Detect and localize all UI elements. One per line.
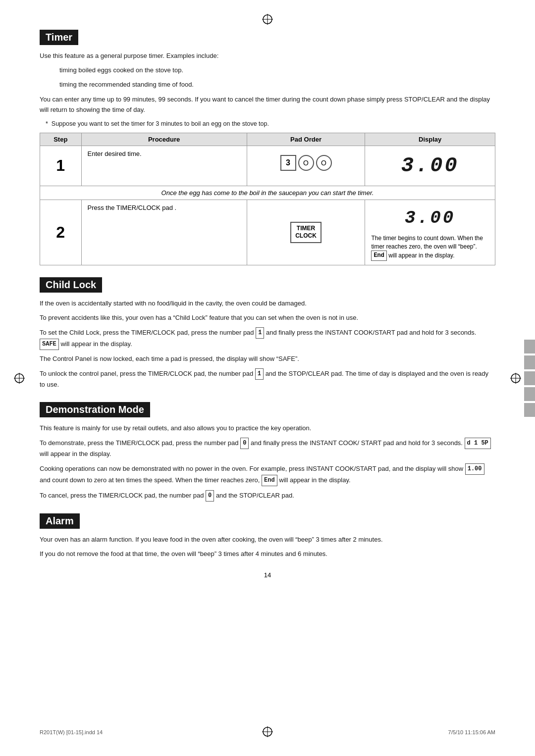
side-marks [524,340,535,417]
timer-table: Step Procedure Pad Order Display 1 Enter… [40,133,495,265]
col-pad-order: Pad Order [247,133,365,146]
demo-body1: This feature is mainly for use by retail… [40,423,495,434]
pad-o2: O [316,155,332,171]
side-mark-1 [524,340,535,353]
demo-body3: Cooking operations can now be demonstrat… [40,463,495,486]
demo-heading: Demonstration Mode [40,402,150,417]
alarm-heading: Alarm [40,513,80,529]
step-2-display: 3.00 The timer begins to count down. Whe… [365,200,495,265]
footer-right: 7/5/10 11:15:06 AM [448,729,495,735]
child-lock-body1: If the oven is accidentally started with… [40,299,495,309]
timer-intro-2: timing boiled eggs cooked on the stove t… [59,65,495,76]
col-procedure: Procedure [81,133,247,146]
demo-section: Demonstration Mode This feature is mainl… [40,402,495,502]
number-pad-1b: 1 [255,368,264,380]
alarm-section: Alarm Your oven has an alarm function. I… [40,513,495,559]
child-lock-body2: To prevent accidents like this, your ove… [40,313,495,323]
side-mark-4 [524,387,535,401]
timer-body1: You can enter any time up to 99 minutes,… [40,95,495,115]
number-pad-1: 1 [256,327,264,339]
step-1-num: 1 [40,146,82,186]
reg-mark-left [14,373,25,384]
alarm-body1: Your oven has an alarm function. If you … [40,535,495,545]
child-lock-body5: To unlock the control panel, press the T… [40,368,495,390]
timer-intro-3: timing the recommended standing time of … [59,80,495,90]
timer-intro-1: Use this feature as a general purpose ti… [40,51,495,61]
col-display: Display [365,133,495,146]
side-mark-2 [524,355,535,369]
timer-note: * Suppose you want to set the timer for … [46,119,495,129]
page-number: 14 [40,571,495,579]
reg-mark-right [510,373,521,384]
step-2-pad: TIMER CLOCK [247,200,365,265]
timer-label: TIMER [295,225,317,233]
table-middle-row: Once the egg has come to the boil in the… [40,186,495,200]
demo-body4: To cancel, press the TIMER/CLOCK pad, th… [40,490,495,502]
demo-end-display: End [262,475,277,486]
child-lock-heading: Child Lock [40,277,102,293]
demo-display-d15p: d 1 5P [465,438,491,449]
footer-left: R201T(W) [01-15].indd 14 [40,729,103,735]
display-row1: 3.00 [371,150,489,182]
pad-3: 3 [280,155,296,171]
number-pad-0: 0 [240,438,249,449]
timer-heading: Timer [40,30,78,45]
child-lock-section: Child Lock If the oven is accidentally s… [40,277,495,390]
clock-label: CLOCK [295,232,317,240]
side-mark-5 [524,403,535,417]
step-1-pad: 3 O O [247,146,365,186]
demo-display-100: 1.00 [465,463,484,475]
safe-display: SAFE [40,339,59,350]
reg-mark-top [262,14,273,25]
pad-order-row1: 3 O O [253,150,359,176]
pad-o1: O [298,155,314,171]
step-2-num: 2 [40,200,82,265]
footer: R201T(W) [01-15].indd 14 7/5/10 11:15:06… [40,729,495,735]
child-lock-body3: To set the Child Lock, press the TIMER/C… [40,327,495,350]
timer-clock-pad: TIMER CLOCK [290,222,321,243]
alarm-body2: If you do not remove the food at that ti… [40,549,495,559]
side-mark-3 [524,371,535,385]
display-row2: 3.00 [371,204,489,232]
col-step: Step [40,133,82,146]
step-2-procedure: Press the TIMER/CLOCK pad . [81,200,247,265]
number-pad-0b: 0 [206,490,214,502]
child-lock-body4: The Control Panel is now locked, each ti… [40,354,495,364]
step-1-procedure: Enter desired time. [81,146,247,186]
end-display-inline: End [371,251,387,261]
step-1-display: 3.00 [365,146,495,186]
display-row2-note: The timer begins to count down. When the… [371,234,489,261]
table-row-1: 1 Enter desired time. 3 O O 3.00 [40,146,495,186]
table-row-2: 2 Press the TIMER/CLOCK pad . TIMER CLOC… [40,200,495,265]
timer-section: Timer Use this feature as a general purp… [40,30,495,265]
middle-text: Once the egg has come to the boil in the… [40,186,495,200]
demo-body2: To demonstrate, press the TIMER/CLOCK pa… [40,438,495,459]
page: Timer Use this feature as a general purp… [0,0,535,756]
